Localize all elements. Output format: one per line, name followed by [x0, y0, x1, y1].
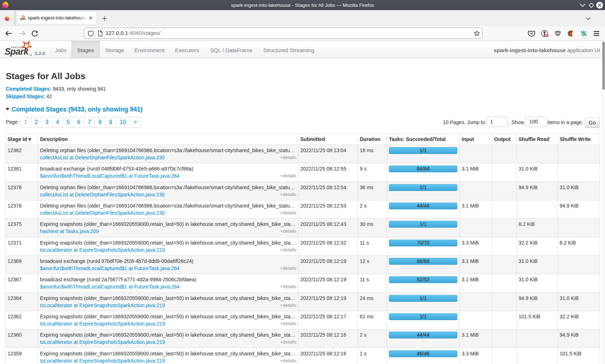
svg-text:Spark: Spark — [20, 17, 26, 21]
svg-text:TM: TM — [29, 54, 32, 56]
svg-text:Spark: Spark — [5, 46, 29, 56]
svg-text:uO: uO — [556, 32, 560, 35]
